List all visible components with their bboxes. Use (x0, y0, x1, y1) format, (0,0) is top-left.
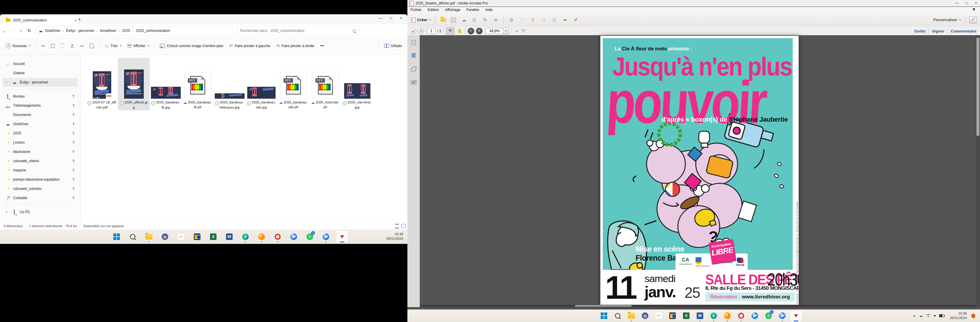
sidebar-item-galerie[interactable]: Galerie (2, 68, 78, 78)
taskbar-snip-tool[interactable]: ✂ (653, 310, 665, 322)
cut-button[interactable]: ✂ (39, 42, 48, 50)
file-tile[interactable]: 19 SALON DU LIVRE D'HIVER PDF ✓2024-07-1… (86, 58, 118, 110)
explorer-tab[interactable]: 2025_communication × (3, 16, 80, 25)
sidebar-item-documents[interactable]: Documents (2, 110, 78, 119)
horizontal-scrollbar[interactable] (420, 305, 976, 307)
menu-fenetre[interactable]: Fenêtre (463, 8, 482, 12)
view-button[interactable]: Afficher ▾ (125, 42, 151, 50)
page-number-input[interactable]: 1 (427, 28, 436, 34)
taskbar-acrobat-active[interactable] (336, 231, 348, 243)
refresh-button[interactable]: ↻ (25, 28, 33, 33)
upload-cloud-button[interactable]: ☁↑ (458, 16, 469, 24)
breadcrumb-item[interactable]: Évilys : personnel (66, 29, 94, 33)
create-button[interactable]: Créer ▾ (409, 16, 433, 24)
chevron-right-icon[interactable]: > (5, 81, 9, 84)
taskbar-acrobat-active[interactable] (790, 310, 802, 322)
battery-icon[interactable] (939, 314, 944, 317)
email-button[interactable]: ✉ (490, 16, 501, 24)
menu-edition[interactable]: Edition (425, 8, 442, 12)
taskbar-studio-app[interactable] (667, 310, 678, 322)
taskbar-shield-app[interactable] (749, 310, 760, 322)
sidebar-item-accueil[interactable]: ⌂ Accueil (2, 59, 78, 68)
details-view-icon[interactable] (395, 224, 399, 228)
share-button[interactable]: ↪ (78, 42, 86, 50)
restore-button[interactable]: □ (966, 1, 968, 5)
rename-button[interactable]: A (68, 42, 76, 49)
taskbar-firefox[interactable] (722, 310, 733, 322)
comment-button[interactable]: ❝ (517, 16, 528, 24)
next-page-button[interactable]: ▼ (418, 28, 424, 34)
icons-view-icon[interactable] (401, 224, 406, 228)
select-tool-button[interactable]: ⇱ (446, 27, 455, 35)
settings-button[interactable]: ⚙ (506, 16, 517, 24)
tab-outils[interactable]: Outils (914, 29, 926, 33)
taskbar-whatsapp[interactable]: ✆1 (304, 231, 315, 243)
breadcrumb-item[interactable]: 2025 (122, 29, 130, 33)
sort-button[interactable]: ↑↓ Trier ▾ (102, 42, 124, 50)
fullscreen-button[interactable]: ⤢ (969, 16, 977, 24)
menu-aide[interactable]: Aide (482, 8, 496, 12)
taskbar-shield-app-2[interactable] (776, 310, 788, 322)
file-tile-selected[interactable]: 19 SALON DU LIVRE D'HIVER ✓2025_affiche.… (118, 58, 150, 110)
breadcrumb-item[interactable]: 2025_communication (136, 29, 170, 33)
sidebar-item-bureau[interactable]: Bureau (2, 92, 78, 101)
forward-button[interactable]: → (8, 29, 17, 33)
tab-commentaire[interactable]: Commentaire (951, 29, 977, 33)
hand-tool-button[interactable]: ✋ (457, 29, 463, 34)
breadcrumb-item[interactable]: OneDrive (45, 29, 60, 33)
file-tile[interactable]: ✓2025_bandeau-helloasso.jpg (213, 58, 245, 110)
rotate-right-button[interactable]: ↷ Faire pivoter à droite (274, 42, 317, 50)
sidebar-item-2025[interactable]: 2025 (2, 129, 78, 138)
page-thumbnails-icon[interactable] (411, 40, 416, 45)
bookmarks-icon[interactable] (412, 53, 416, 59)
taskbar-explorer[interactable] (626, 310, 637, 322)
sidebar-item-cdscweb-tutoriels[interactable]: cdscweb_tutoriels (2, 184, 78, 193)
toolbar-close-icon[interactable]: ✖ (970, 8, 978, 11)
signatures-icon[interactable] (410, 80, 417, 85)
taskbar-opera[interactable] (735, 310, 747, 322)
fit-width-icon[interactable]: ⇿ (514, 28, 520, 34)
taskbar-shield-app[interactable] (288, 231, 299, 243)
speaker-icon[interactable] (934, 315, 935, 317)
paste-button[interactable] (58, 42, 67, 50)
zoom-caret[interactable]: ▾ (503, 28, 509, 34)
taskbar-snip-tool[interactable]: ✂ (175, 231, 187, 243)
details-pane-button[interactable]: Détails (382, 42, 404, 50)
file-tile[interactable]: PFI ☁2025_fond-site.pfi (309, 58, 341, 110)
copy-button[interactable] (49, 42, 57, 50)
tab-signer[interactable]: Signer (932, 29, 945, 33)
file-tile[interactable]: 19 ✓2025_bandeau-site.jpg (245, 58, 277, 110)
highlight-button[interactable]: T (528, 16, 538, 24)
sidebar-item-poneys[interactable]: poneys-blackstone-equitation (2, 175, 78, 184)
zoom-in-button[interactable]: + (476, 28, 482, 34)
tray-chevron-icon[interactable]: ∧ (913, 314, 916, 318)
taskbar-studio-app[interactable] (191, 231, 203, 243)
delete-page-button[interactable]: 🗋 (538, 16, 549, 24)
up-button[interactable]: ↑ (17, 29, 25, 33)
search-doc-button[interactable]: 🗋 (549, 16, 560, 24)
rotate-left-button[interactable]: ↶ Faire pivoter à gauche (227, 42, 273, 50)
sign-document-button[interactable]: ✎ (480, 16, 490, 24)
taskbar-clock[interactable]: 10:3626/11/2024 (386, 232, 403, 241)
start-button[interactable] (598, 310, 609, 322)
onedrive-tray-icon[interactable]: ☁ (919, 314, 923, 318)
sidebar-item-onedrive[interactable]: ☁ OneDrive (2, 119, 78, 128)
previous-page-button[interactable]: ▲ (410, 28, 416, 34)
taskbar-edge[interactable]: e (708, 310, 719, 322)
taskbar-edge[interactable]: e (240, 231, 251, 243)
file-tile[interactable]: PFI ☁2025_bandeau-site.pfi (277, 58, 309, 110)
chevron-down-icon[interactable]: ∨ (5, 211, 9, 214)
file-tile[interactable]: ✓2025_site-fond.jpg (341, 58, 373, 110)
taskbar-word[interactable]: W (224, 231, 235, 243)
open-button[interactable] (438, 16, 449, 24)
back-button[interactable]: ← (0, 29, 8, 33)
start-button[interactable] (111, 231, 122, 243)
attachments-icon[interactable] (410, 66, 417, 73)
vertical-scrollbar[interactable] (976, 35, 980, 307)
wifi-icon[interactable] (926, 314, 930, 317)
taskbar-whatsapp[interactable]: ✆1 (763, 310, 774, 322)
taskbar-firefox[interactable] (256, 231, 267, 243)
file-tile[interactable]: 19 ✓2025_bandeau-fb.jpg (150, 58, 181, 110)
zoom-level-select[interactable]: 49,8% (485, 28, 503, 34)
tab-close-icon[interactable]: × (74, 18, 76, 23)
